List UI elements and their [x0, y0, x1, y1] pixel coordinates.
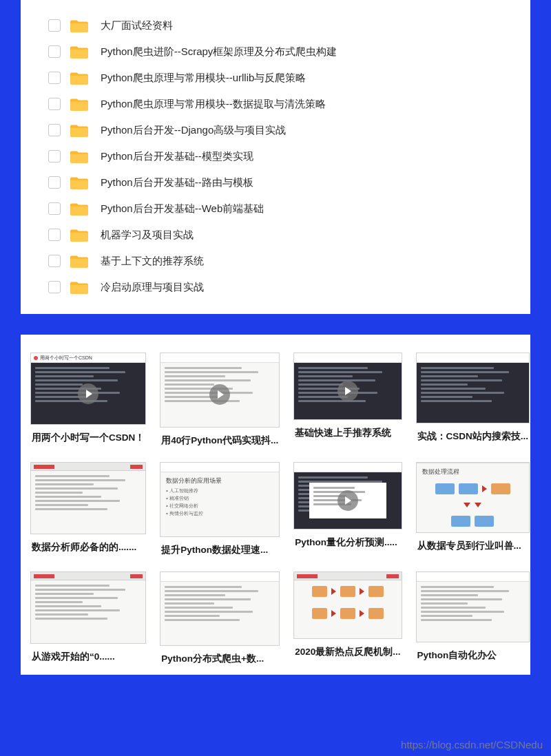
- folder-row[interactable]: 大厂面试经资料: [28, 12, 523, 39]
- thumb-body: [31, 471, 145, 534]
- video-thumbnail[interactable]: [293, 462, 402, 529]
- folder-label: 机器学习及项目实战: [98, 229, 194, 242]
- thumb-body: [417, 582, 530, 642]
- folder-icon: [70, 227, 88, 242]
- play-icon[interactable]: [209, 384, 230, 405]
- folder-row[interactable]: 机器学习及项目实战: [28, 222, 523, 248]
- folder-row[interactable]: Python爬虫原理与常用模块--urllib与反爬策略: [28, 65, 523, 91]
- checkbox[interactable]: [48, 229, 61, 241]
- video-card[interactable]: Python量化分析预测.....: [293, 462, 402, 559]
- folder-icon: [70, 175, 88, 190]
- code-lines: [417, 363, 530, 408]
- checkbox[interactable]: [48, 255, 61, 267]
- folder-row[interactable]: Python后台开发基础--模型类实现: [28, 143, 523, 169]
- video-title: Python自动化办公: [416, 642, 530, 664]
- code-lines: [417, 582, 530, 627]
- thumb-body: [31, 580, 145, 643]
- video-title: 实战：CSDN站内搜索技...: [416, 423, 530, 445]
- thumb-body: [294, 363, 401, 419]
- checkbox[interactable]: [48, 98, 61, 110]
- thumb-body: [160, 363, 279, 427]
- checkbox[interactable]: [48, 150, 61, 162]
- folder-icon: [70, 44, 88, 59]
- video-card[interactable]: 2020最新热点反爬机制...: [293, 571, 402, 669]
- slide-bullets: • 人工智能推荐• 精准营销• 社交网络分析• 舆情分析与监控: [160, 487, 279, 518]
- folder-icon: [70, 70, 88, 85]
- video-card[interactable]: 数据分析师必备的的.......: [30, 462, 146, 559]
- thumb-header: [417, 572, 530, 582]
- folder-label: 基于上下文的推荐系统: [98, 255, 204, 268]
- folder-row[interactable]: 基于上下文的推荐系统: [28, 248, 523, 274]
- checkbox[interactable]: [48, 202, 61, 215]
- video-title: 数据分析师必备的的.......: [30, 534, 146, 556]
- video-card[interactable]: 数据处理流程 从数据专员到行业叫兽...: [416, 462, 530, 559]
- video-thumbnail[interactable]: 数据分析的应用场景• 人工智能推荐• 精准营销• 社交网络分析• 舆情分析与监控: [160, 462, 280, 537]
- folder-icon: [70, 149, 88, 164]
- thumb-header: [31, 463, 145, 471]
- folder-row[interactable]: Python爬虫进阶--Scrapy框架原理及分布式爬虫构建: [28, 39, 523, 65]
- video-grid-panel: 用两个小时写一个CSDN用两个小时写一个CSDN！用40行Python代码实现抖…: [21, 335, 530, 675]
- thumb-header: [417, 353, 530, 363]
- diagram: [417, 478, 530, 532]
- video-title: Python分布式爬虫+数...: [160, 646, 280, 668]
- video-card[interactable]: 从游戏开始的“0......: [30, 571, 146, 669]
- video-title: 从游戏开始的“0......: [30, 644, 146, 666]
- video-card[interactable]: Python分布式爬虫+数...: [160, 571, 280, 669]
- code-lines: [31, 580, 145, 626]
- video-thumbnail[interactable]: 数据处理流程: [416, 462, 530, 533]
- play-icon[interactable]: [78, 384, 98, 404]
- video-thumbnail[interactable]: [293, 571, 402, 639]
- thumb-header: 用两个小时写一个CSDN: [31, 353, 145, 363]
- folder-row[interactable]: Python后台开发基础--路由与模板: [28, 169, 523, 196]
- checkbox[interactable]: [48, 19, 61, 32]
- video-thumbnail[interactable]: [30, 462, 146, 534]
- folder-list-panel: 大厂面试经资料 Python爬虫进阶--Scrapy框架原理及分布式爬虫构建 P…: [21, 0, 530, 314]
- thumb-body: [294, 472, 401, 529]
- slide-title: 数据分析的应用场景: [160, 472, 279, 487]
- video-card[interactable]: 实战：CSDN站内搜索技...: [416, 353, 530, 450]
- thumb-body: 数据处理流程: [417, 463, 530, 532]
- folder-icon: [70, 18, 88, 33]
- flow-diagram: [294, 580, 401, 624]
- checkbox[interactable]: [48, 281, 61, 293]
- video-thumbnail[interactable]: [416, 571, 530, 642]
- checkbox[interactable]: [48, 45, 61, 58]
- folder-row[interactable]: 冷启动原理与项目实战: [28, 274, 523, 300]
- video-card[interactable]: 用40行Python代码实现抖...: [160, 353, 280, 450]
- video-thumbnail[interactable]: [30, 571, 146, 644]
- folder-row[interactable]: Python爬虫原理与常用模块--数据提取与清洗策略: [28, 91, 523, 117]
- slide-title: 数据处理流程: [417, 463, 530, 478]
- thumb-body: [294, 580, 401, 638]
- folder-label: 大厂面试经资料: [98, 19, 173, 32]
- folder-row[interactable]: Python后台开发基础--Web前端基础: [28, 196, 523, 222]
- video-card[interactable]: Python自动化办公: [416, 571, 530, 669]
- checkbox[interactable]: [48, 124, 61, 136]
- play-icon[interactable]: [337, 490, 358, 511]
- video-card[interactable]: 数据分析的应用场景• 人工智能推荐• 精准营销• 社交网络分析• 舆情分析与监控…: [160, 462, 280, 559]
- video-card[interactable]: 基础快速上手推荐系统: [293, 353, 402, 450]
- video-thumbnail[interactable]: 用两个小时写一个CSDN: [30, 353, 146, 425]
- video-thumbnail[interactable]: [293, 353, 402, 420]
- video-card[interactable]: 用两个小时写一个CSDN用两个小时写一个CSDN！: [30, 353, 146, 450]
- checkbox[interactable]: [48, 176, 61, 189]
- thumb-header: [294, 353, 401, 363]
- video-thumbnail[interactable]: [416, 353, 530, 423]
- folder-label: 冷启动原理与项目实战: [98, 281, 204, 294]
- folder-icon: [70, 253, 88, 269]
- thumb-body: [160, 582, 279, 646]
- play-icon[interactable]: [337, 381, 358, 401]
- video-title: 从数据专员到行业叫兽...: [416, 533, 530, 555]
- thumb-body: 数据分析的应用场景• 人工智能推荐• 精准营销• 社交网络分析• 舆情分析与监控: [160, 472, 279, 536]
- thumb-body: [31, 363, 145, 424]
- folder-label: Python后台开发基础--Web前端基础: [98, 202, 264, 216]
- checkbox[interactable]: [48, 72, 61, 84]
- folder-label: Python爬虫原理与常用模块--urllib与反爬策略: [98, 72, 306, 85]
- code-lines: [31, 471, 145, 516]
- folder-icon: [70, 280, 88, 295]
- folder-row[interactable]: Python后台开发--Django高级与项目实战: [28, 117, 523, 143]
- thumb-header: [160, 353, 279, 363]
- video-thumbnail[interactable]: [160, 571, 280, 647]
- video-title: 用两个小时写一个CSDN！: [30, 425, 146, 447]
- video-thumbnail[interactable]: [160, 353, 280, 428]
- video-title: 提升Python数据处理速...: [160, 537, 280, 559]
